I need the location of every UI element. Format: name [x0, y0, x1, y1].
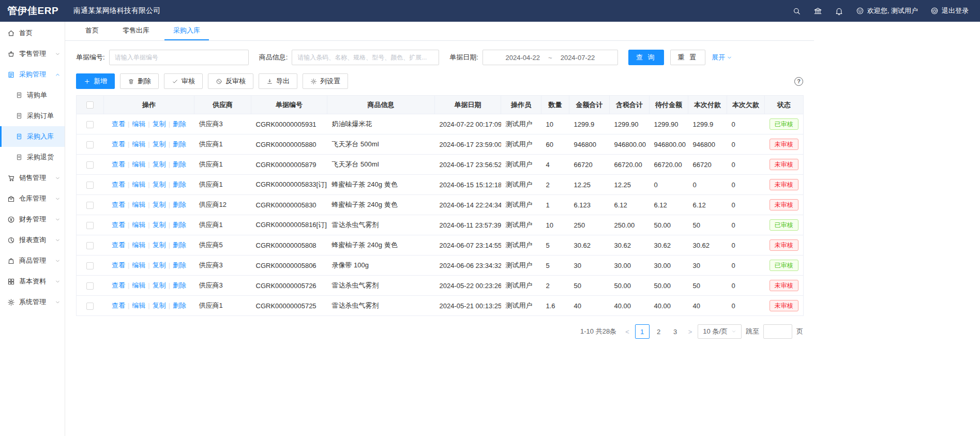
delete-button[interactable]: 删除 — [120, 73, 159, 89]
logout-button[interactable]: 退出登录 — [930, 6, 969, 16]
view-link[interactable]: 查看 — [112, 241, 125, 249]
row-checkbox[interactable] — [86, 242, 94, 249]
copy-link[interactable]: 复制 — [153, 302, 166, 309]
date-range-picker[interactable]: 2024-04-22 ~ 2024-07-22 — [483, 50, 618, 65]
sidebar-item-warehouse[interactable]: 仓库管理 — [0, 188, 65, 209]
view-link[interactable]: 查看 — [112, 201, 125, 208]
row-checkbox[interactable] — [86, 182, 94, 189]
sidebar-item-report[interactable]: 报表查询 — [0, 230, 65, 250]
filter-bar: 单据编号: 商品信息: 单据日期: 2024-04-22 ~ 2024-07-2… — [76, 41, 803, 72]
jump-page-input[interactable] — [763, 324, 792, 339]
view-link[interactable]: 查看 — [112, 120, 125, 128]
copy-link[interactable]: 复制 — [153, 120, 166, 128]
sidebar-subitem-purchase-order[interactable]: 采购订单 — [0, 106, 65, 126]
delete-link[interactable]: 删除 — [173, 302, 186, 309]
copy-link[interactable]: 复制 — [153, 181, 166, 188]
delete-link[interactable]: 删除 — [173, 221, 186, 229]
expand-toggle[interactable]: 展开 — [712, 53, 732, 62]
cell-tax-total: 946800.00 — [610, 134, 650, 155]
edit-link[interactable]: 编辑 — [132, 221, 145, 229]
export-button[interactable]: 导出 — [259, 73, 297, 89]
doc-no-input[interactable] — [109, 50, 249, 65]
edit-link[interactable]: 编辑 — [132, 140, 145, 148]
link-separator: | — [148, 241, 149, 249]
sidebar-subitem-purchase-inbound[interactable]: 采购入库 — [0, 126, 65, 147]
page-number-3[interactable]: 3 — [668, 324, 683, 339]
edit-link[interactable]: 编辑 — [132, 281, 145, 289]
sidebar-item-sale[interactable]: 销售管理 — [0, 168, 65, 188]
sidebar-item-basic[interactable]: 基本资料 — [0, 271, 65, 292]
view-link[interactable]: 查看 — [112, 160, 125, 168]
edit-link[interactable]: 编辑 — [132, 120, 145, 128]
cell-paid-amount: 30.62 — [688, 235, 727, 255]
copy-link[interactable]: 复制 — [153, 201, 166, 208]
row-checkbox[interactable] — [86, 161, 94, 169]
search-icon[interactable] — [792, 7, 801, 16]
delete-link[interactable]: 删除 — [173, 201, 186, 208]
row-checkbox[interactable] — [86, 141, 94, 148]
sidebar-subitem-purchase-return[interactable]: 采购退货 — [0, 147, 65, 168]
row-checkbox[interactable] — [86, 282, 94, 290]
row-checkbox[interactable] — [86, 222, 94, 229]
view-link[interactable]: 查看 — [112, 261, 125, 269]
row-checkbox[interactable] — [86, 303, 94, 310]
audit-button[interactable]: 审核 — [164, 73, 203, 89]
row-checkbox[interactable] — [86, 202, 94, 209]
view-link[interactable]: 查看 — [112, 181, 125, 188]
delete-link[interactable]: 删除 — [173, 160, 186, 168]
search-button[interactable]: 查 询 — [628, 50, 664, 65]
prev-page-button[interactable]: < — [624, 328, 631, 336]
welcome-user[interactable]: 欢迎您, 测试用户 — [856, 6, 918, 16]
checkbox-cell — [77, 255, 104, 276]
next-page-button[interactable]: > — [687, 328, 694, 336]
sidebar-item-finance[interactable]: 财务管理 — [0, 209, 65, 230]
edit-link[interactable]: 编辑 — [132, 302, 145, 309]
view-link[interactable]: 查看 — [112, 221, 125, 229]
sidebar-item-purchase[interactable]: 采购管理 — [0, 64, 65, 85]
column-settings-button[interactable]: 列设置 — [303, 73, 348, 89]
delete-link[interactable]: 删除 — [173, 261, 186, 269]
delete-link[interactable]: 删除 — [173, 181, 186, 188]
checkbox-cell — [77, 215, 104, 235]
product-info-input[interactable] — [292, 50, 439, 65]
edit-link[interactable]: 编辑 — [132, 201, 145, 208]
tab-home[interactable]: 首页 — [77, 22, 108, 40]
row-checkbox[interactable] — [86, 121, 94, 128]
edit-link[interactable]: 编辑 — [132, 261, 145, 269]
sidebar-item-home[interactable]: 首页 — [0, 23, 65, 43]
tab-purchase-inbound[interactable]: 采购入库 — [164, 22, 209, 40]
add-button[interactable]: 新增 — [76, 73, 115, 89]
copy-link[interactable]: 复制 — [153, 241, 166, 249]
edit-link[interactable]: 编辑 — [132, 241, 145, 249]
sidebar-item-product[interactable]: 商品管理 — [0, 250, 65, 271]
delete-link[interactable]: 删除 — [173, 241, 186, 249]
page-size-select[interactable]: 10 条/页 — [698, 324, 742, 339]
bank-icon[interactable] — [813, 7, 822, 16]
copy-link[interactable]: 复制 — [153, 261, 166, 269]
view-link[interactable]: 查看 — [112, 302, 125, 309]
sidebar-item-system[interactable]: 系统管理 — [0, 292, 65, 312]
view-link[interactable]: 查看 — [112, 281, 125, 289]
copy-link[interactable]: 复制 — [153, 221, 166, 229]
copy-link[interactable]: 复制 — [153, 160, 166, 168]
row-checkbox[interactable] — [86, 262, 94, 269]
view-link[interactable]: 查看 — [112, 140, 125, 148]
copy-link[interactable]: 复制 — [153, 140, 166, 148]
sidebar-subitem-request-form[interactable]: 请购单 — [0, 85, 65, 106]
bell-icon[interactable] — [835, 7, 843, 16]
help-icon[interactable]: ? — [794, 77, 803, 86]
copy-link[interactable]: 复制 — [153, 281, 166, 289]
select-all-checkbox[interactable] — [86, 101, 94, 109]
sidebar-subitem-label: 请购单 — [27, 91, 65, 100]
tab-retail-outbound[interactable]: 零售出库 — [114, 22, 158, 40]
delete-link[interactable]: 删除 — [173, 140, 186, 148]
unaudit-button[interactable]: 反审核 — [208, 73, 253, 89]
page-number-2[interactable]: 2 — [652, 324, 666, 339]
delete-link[interactable]: 删除 — [173, 120, 186, 128]
page-number-1[interactable]: 1 — [635, 324, 650, 339]
edit-link[interactable]: 编辑 — [132, 181, 145, 188]
edit-link[interactable]: 编辑 — [132, 160, 145, 168]
delete-link[interactable]: 删除 — [173, 281, 186, 289]
reset-button[interactable]: 重 置 — [670, 50, 706, 65]
sidebar-item-retail[interactable]: 零售管理 — [0, 43, 65, 64]
